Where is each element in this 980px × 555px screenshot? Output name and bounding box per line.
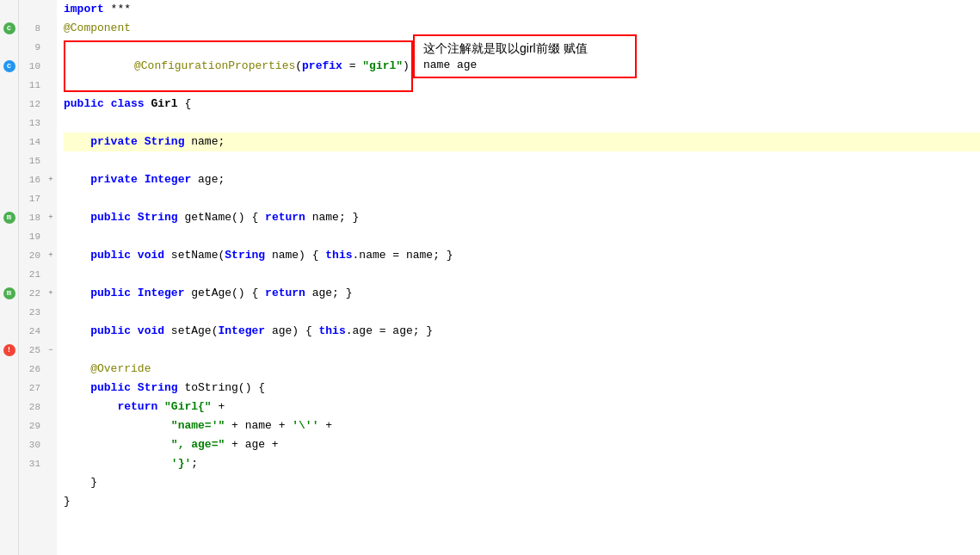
space3 (138, 133, 145, 151)
sidebar-row-17 (0, 322, 18, 341)
ln-27: 27 (19, 379, 40, 398)
kw-private1: private (90, 133, 138, 151)
indent10 (64, 416, 171, 435)
fold-9[interactable]: + (45, 170, 57, 189)
class-brace: { (178, 95, 192, 114)
configprops-eq: = (342, 59, 362, 72)
space15: getAge() { (184, 284, 265, 303)
str-close: '}' (171, 454, 191, 473)
kw-return2: return (265, 284, 305, 303)
fold-2 (45, 38, 57, 57)
indent12 (64, 454, 171, 473)
code-line-empty3 (64, 189, 980, 208)
fold-btn-tostring[interactable]: − (48, 346, 52, 355)
sidebar-row-24 (0, 454, 18, 473)
sidebar-row-12 (0, 227, 18, 246)
fold-18[interactable]: − (45, 341, 57, 360)
code-line-setname: public void setName(String name) { this.… (64, 246, 980, 265)
space16: age; } (305, 284, 353, 303)
kw-import: import (64, 0, 104, 19)
sidebar-row-2 (0, 38, 18, 57)
fold-23 (45, 435, 57, 454)
ln-26: 26 (19, 360, 40, 379)
ln-8: 8 (19, 19, 40, 38)
fold-15[interactable]: + (45, 284, 57, 303)
space12: name) { (265, 246, 325, 265)
fold-5 (45, 95, 57, 114)
str-quote: '\'' (292, 416, 318, 435)
fold-11[interactable]: + (45, 208, 57, 227)
space2 (145, 95, 151, 114)
import-dots: *** (104, 0, 131, 19)
sidebar-row-11: m (0, 208, 18, 227)
code-line-return4: '}'; (64, 454, 980, 473)
code-line-tostring: public String toString() { (64, 379, 980, 398)
str-girl: "Girl{" (164, 398, 212, 416)
fold-btn-setage[interactable]: + (48, 289, 52, 298)
code-line-getname: public String getName() { return name; } (64, 208, 980, 227)
method-icon-setname: m (3, 212, 15, 224)
type-string2: String (138, 208, 178, 227)
code-line-setage: public void setAge(Integer age) { this.a… (64, 322, 980, 341)
code-line-close-class: } (64, 492, 980, 511)
editor-container: c c m m ! 8 9 (0, 0, 980, 555)
ln-25: 25 (19, 341, 40, 360)
sidebar-row-18: ! (0, 341, 18, 360)
ln-21: 21 (19, 265, 40, 284)
config-props-box: @ConfigurationProperties(prefix = "girl"… (64, 40, 413, 92)
configprops-close: ) (403, 59, 410, 72)
fold-12 (45, 227, 57, 246)
indent11 (64, 435, 171, 454)
space22: toString() { (178, 379, 265, 398)
space5 (138, 170, 145, 189)
kw-this2: this (319, 322, 346, 341)
sidebar-row-14 (0, 265, 18, 284)
plus1: + (212, 398, 225, 416)
kw-public5: public (90, 322, 131, 341)
ln-19: 19 (19, 227, 40, 246)
code-area[interactable]: import *** @Component @ConfigurationProp… (57, 0, 980, 555)
sidebar-row-5 (0, 95, 18, 114)
indent9 (64, 398, 117, 416)
sidebar-row-15: m (0, 284, 18, 303)
fold-1 (45, 19, 57, 38)
kw-public3: public (90, 246, 131, 265)
fold-17 (45, 322, 57, 341)
fold-7 (45, 133, 57, 151)
annotation-tooltip-box: 这个注解就是取以girl前缀 赋值 name age (413, 34, 637, 78)
class-icon: c (3, 60, 15, 72)
space7 (131, 208, 138, 227)
semicolon: ; (191, 454, 198, 473)
concat2: + age + (225, 435, 278, 454)
code-line-empty2 (64, 151, 980, 170)
sidebar-row-23 (0, 435, 18, 454)
fold-btn-getname[interactable]: + (48, 176, 52, 184)
indent8 (64, 379, 90, 398)
fold-8 (45, 151, 57, 170)
space9: name; } (305, 208, 359, 227)
type-string3: String (225, 246, 265, 265)
fold-16 (45, 303, 57, 322)
code-line-import: import *** (64, 0, 980, 19)
space19: age) { (265, 322, 318, 341)
fold-6 (45, 114, 57, 133)
ln-15: 15 (19, 151, 40, 170)
concat1: + name + (225, 416, 292, 435)
component-icon: c (3, 22, 15, 34)
ln-20: 20 (19, 246, 40, 265)
space14 (131, 284, 138, 303)
annotation-component: @Component (64, 19, 131, 38)
sidebar-row-6 (0, 114, 18, 133)
annotation-override: @Override (90, 360, 151, 379)
fold-14 (45, 265, 57, 284)
indent1 (64, 133, 90, 151)
sidebar-row-10 (0, 189, 18, 208)
code-line-empty6 (64, 303, 980, 322)
ln-30: 30 (19, 435, 40, 454)
ln-31: 31 (19, 454, 40, 473)
fold-btn-getage[interactable]: + (48, 251, 52, 260)
fold-btn-setname[interactable]: + (48, 213, 52, 222)
fold-13[interactable]: + (45, 246, 57, 265)
ln-22: 22 (19, 284, 40, 303)
ln-13: 13 (19, 114, 40, 133)
